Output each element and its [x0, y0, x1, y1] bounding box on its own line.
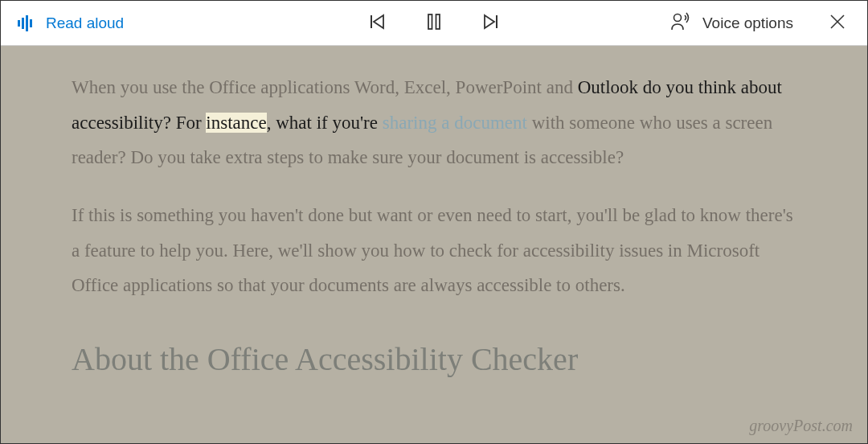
- svg-rect-6: [436, 14, 440, 29]
- previous-button[interactable]: [366, 10, 390, 36]
- svg-rect-2: [26, 15, 28, 31]
- skip-back-icon: [369, 13, 387, 33]
- paragraph-1: When you use the Office applications Wor…: [72, 70, 796, 175]
- toolbar-left: Read aloud: [17, 14, 124, 32]
- current-word-highlight: instance: [206, 113, 266, 133]
- watermark: groovyPost.com: [749, 417, 853, 435]
- sound-bars-icon: [17, 14, 35, 32]
- read-aloud-toolbar: Read aloud: [1, 1, 867, 46]
- article-content: When you use the Office applications Wor…: [1, 46, 867, 406]
- voice-icon: [670, 12, 691, 34]
- svg-rect-0: [18, 20, 20, 27]
- close-button[interactable]: [824, 8, 851, 38]
- svg-rect-5: [428, 14, 432, 29]
- svg-rect-3: [30, 19, 32, 27]
- pause-button[interactable]: [422, 10, 446, 36]
- close-icon: [830, 19, 845, 31]
- paragraph-2: If this is something you haven't done bu…: [72, 198, 796, 303]
- read-aloud-label: Read aloud: [46, 14, 124, 32]
- skip-forward-icon: [481, 13, 499, 33]
- next-button[interactable]: [478, 10, 502, 36]
- toolbar-right: Voice options: [667, 8, 851, 38]
- svg-rect-7: [496, 15, 497, 28]
- playback-controls: [366, 10, 502, 36]
- svg-rect-1: [22, 18, 24, 29]
- voice-options-button[interactable]: Voice options: [667, 9, 796, 37]
- svg-rect-4: [371, 15, 372, 28]
- text-inactive: When you use the Office applications Wor…: [72, 77, 578, 97]
- pause-icon: [425, 13, 443, 33]
- section-heading: About the Office Accessibility Checker: [72, 329, 796, 390]
- voice-options-label: Voice options: [702, 14, 793, 32]
- article-link[interactable]: sharing a document: [383, 113, 527, 133]
- text-active: , what if you're: [267, 113, 383, 133]
- svg-point-8: [674, 14, 681, 22]
